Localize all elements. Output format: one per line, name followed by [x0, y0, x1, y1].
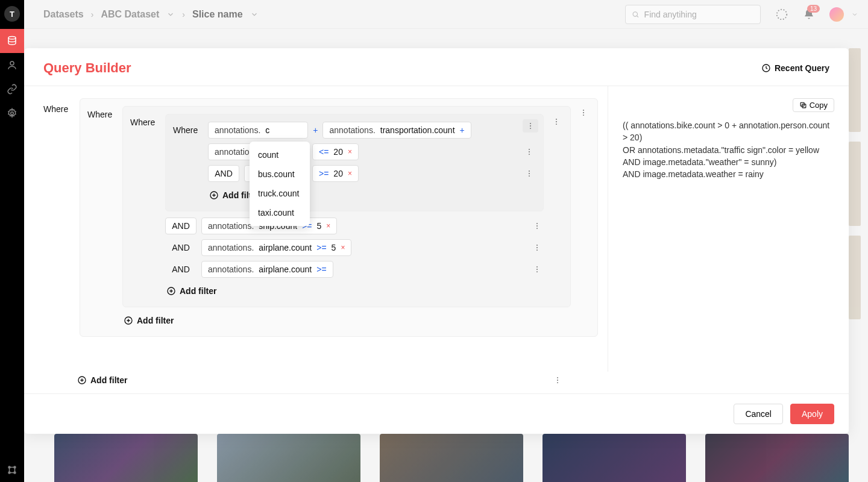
link-icon	[7, 84, 17, 95]
copy-label: Copy	[810, 101, 828, 110]
chevron-down-icon[interactable]	[851, 11, 858, 18]
svg-point-16	[529, 154, 530, 155]
nav-users[interactable]	[0, 53, 24, 77]
nav-bounding[interactable]	[0, 458, 24, 482]
search-icon	[632, 10, 640, 19]
svg-point-8	[633, 11, 637, 16]
filter-token[interactable]: annotations. count bus.count	[208, 122, 308, 139]
add-filter-label: Add filter	[137, 316, 174, 325]
user-avatar[interactable]	[829, 7, 844, 22]
svg-point-32	[556, 121, 557, 122]
filter-token[interactable]: annotations. airplane.count >= 5 ×	[201, 239, 351, 256]
svg-point-37	[583, 114, 584, 116]
svg-point-25	[536, 247, 538, 248]
remove-icon[interactable]: ×	[326, 222, 330, 230]
filter-row: annotations. count bus.count	[208, 122, 536, 139]
row-menu-button[interactable]	[530, 219, 544, 233]
add-token-button[interactable]: +	[313, 125, 318, 135]
token-namespace: annotations.	[208, 221, 254, 231]
group-menu-button[interactable]	[577, 106, 590, 119]
more-vertical-icon	[552, 117, 561, 126]
conjunction-and[interactable]: AND	[165, 218, 197, 234]
cancel-button[interactable]: Cancel	[734, 404, 783, 424]
add-token-button[interactable]: +	[460, 125, 465, 135]
row-menu-button[interactable]	[530, 263, 544, 276]
notifications-button[interactable]: 13	[803, 8, 815, 20]
filter-condition[interactable]: >= 20 ×	[312, 165, 359, 182]
breadcrumb-dataset-name[interactable]: ABC Dataset	[101, 9, 159, 20]
chevron-down-icon[interactable]	[250, 10, 259, 19]
nav-links[interactable]	[0, 77, 24, 101]
breadcrumb-slice[interactable]: Slice name	[192, 9, 243, 20]
svg-point-19	[529, 175, 530, 177]
query-preview-panel: Copy (( annotations.bike.count > 0 + ann…	[608, 86, 849, 372]
more-vertical-icon	[579, 108, 588, 117]
modal-footer: Cancel Apoly	[24, 393, 849, 434]
row-menu-button[interactable]	[523, 167, 536, 180]
field-search-input[interactable]	[265, 125, 301, 135]
more-vertical-icon	[525, 148, 533, 156]
add-filter-button[interactable]: Add filter	[122, 312, 571, 329]
add-filter-button[interactable]: Add filter	[165, 283, 544, 299]
query-text: (( annotations.bike.count > 0 + annotati…	[623, 112, 834, 180]
svg-point-43	[557, 382, 558, 383]
query-line: AND image.metadata.weather = rainy	[623, 168, 834, 180]
svg-point-29	[536, 271, 538, 272]
operator: >=	[316, 243, 326, 252]
global-search[interactable]	[625, 5, 761, 24]
dropdown-item[interactable]: bus.count	[250, 164, 310, 184]
svg-point-21	[536, 223, 538, 224]
add-filter-button[interactable]: Add filter	[76, 372, 128, 389]
remove-icon[interactable]: ×	[348, 148, 352, 156]
image-thumb[interactable]	[54, 434, 198, 482]
image-thumb[interactable]	[380, 434, 523, 482]
user-icon	[7, 60, 17, 70]
where-label: Where	[130, 114, 159, 127]
nav-datasets[interactable]	[0, 29, 24, 53]
svg-point-2	[11, 112, 14, 115]
more-vertical-icon	[553, 376, 562, 384]
row-menu-button[interactable]	[523, 145, 536, 158]
left-rail: T	[0, 0, 24, 482]
recent-query-button[interactable]: Recent Query	[761, 63, 829, 73]
copy-button[interactable]: Copy	[793, 98, 834, 112]
search-input[interactable]	[644, 10, 754, 19]
loading-icon	[775, 8, 788, 21]
nav-settings[interactable]	[0, 101, 24, 125]
dropdown-item[interactable]: taxi.count	[250, 203, 310, 222]
image-thumb[interactable]	[217, 434, 360, 482]
apply-button[interactable]: Apoly	[790, 404, 834, 424]
notif-badge: 13	[807, 5, 820, 13]
conjunction-and: AND	[165, 264, 197, 274]
svg-point-22	[536, 225, 538, 227]
builder-canvas: Where Where Where	[24, 86, 608, 372]
filter-token[interactable]: annotations. transportation.count +	[322, 122, 471, 139]
svg-point-31	[556, 119, 557, 120]
row-menu-button[interactable]	[530, 241, 544, 254]
image-thumb[interactable]	[542, 434, 686, 482]
svg-point-26	[536, 249, 538, 251]
group-menu-button[interactable]	[550, 114, 563, 128]
chevron-down-icon[interactable]	[166, 10, 175, 19]
row-menu-button[interactable]	[551, 374, 564, 387]
more-vertical-icon	[533, 265, 541, 274]
query-line: (( annotations.bike.count > 0 + annotati…	[623, 119, 834, 144]
breadcrumb-datasets[interactable]: Datasets	[43, 9, 84, 20]
token-namespace: annotations.	[329, 125, 375, 135]
query-line: OR annotations.metadata."traffic sign".c…	[623, 144, 834, 169]
filter-token[interactable]: annotations. airplane.count >=	[201, 261, 333, 278]
image-thumb[interactable]	[705, 434, 849, 482]
filter-condition[interactable]: <= 20 ×	[312, 143, 359, 160]
conjunction-and[interactable]: AND	[208, 165, 239, 182]
dropdown-item[interactable]: count	[250, 145, 310, 164]
more-vertical-icon	[525, 169, 533, 178]
clock-icon	[761, 63, 771, 73]
app-logo[interactable]: T	[4, 6, 20, 22]
remove-icon[interactable]: ×	[341, 243, 345, 252]
svg-point-24	[536, 245, 538, 246]
remove-icon[interactable]: ×	[348, 169, 352, 178]
more-vertical-icon	[533, 243, 541, 252]
svg-point-15	[529, 151, 530, 152]
dropdown-item[interactable]: truck.count	[250, 184, 310, 203]
bg-image-strip	[849, 48, 861, 319]
